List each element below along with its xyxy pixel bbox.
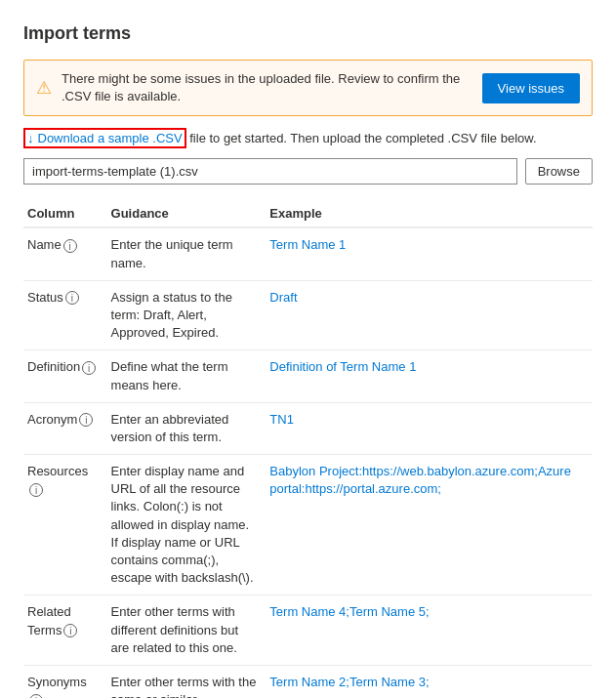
cell-example-2: Definition of Term Name 1 [266, 350, 593, 402]
info-icon-6[interactable]: i [29, 694, 43, 698]
cell-example-6: Term Name 2;Term Name 3; [266, 665, 593, 698]
warning-bar: ⚠ There might be some issues in the uplo… [23, 60, 593, 116]
file-name-input[interactable] [23, 158, 517, 185]
download-sample-link[interactable]: ↓ Download a sample .CSV [23, 128, 186, 148]
download-link-text: Download a sample .CSV [38, 131, 183, 145]
cell-column-5: Related Termsi [23, 595, 107, 666]
info-icon-5[interactable]: i [63, 624, 77, 637]
info-icon-4[interactable]: i [29, 483, 43, 497]
table-row: AcronymiEnter an abbreviated version of … [23, 402, 593, 454]
column-header-example: Example [266, 200, 593, 227]
info-icon-1[interactable]: i [65, 291, 79, 305]
download-link-row: ↓ Download a sample .CSV file to get sta… [23, 128, 593, 148]
cell-guidance-1: Assign a status to the term: Draft, Aler… [107, 280, 267, 350]
warning-icon: ⚠ [36, 77, 52, 99]
download-arrow-icon: ↓ [27, 131, 34, 145]
table-row: NameiEnter the unique term name.Term Nam… [23, 227, 593, 280]
table-row: StatusiAssign a status to the term: Draf… [23, 280, 593, 350]
view-issues-button[interactable]: View issues [482, 73, 580, 103]
example-link-1[interactable]: Draft [269, 290, 297, 305]
cell-example-3: TN1 [266, 402, 593, 454]
cell-guidance-2: Define what the term means here. [107, 350, 267, 402]
table-row: SynonymsiEnter other terms with the same… [23, 665, 593, 698]
cell-example-1: Draft [266, 280, 593, 350]
example-link-3[interactable]: TN1 [269, 412, 294, 427]
cell-guidance-3: Enter an abbreviated version of this ter… [107, 402, 267, 454]
cell-column-2: Definitioni [23, 350, 107, 402]
column-header-guidance: Guidance [107, 200, 267, 227]
info-icon-0[interactable]: i [63, 239, 77, 253]
warning-text: There might be some issues in the upload… [62, 70, 472, 105]
cell-column-1: Statusi [23, 280, 107, 350]
example-link-0[interactable]: Term Name 1 [269, 237, 346, 252]
table-row: DefinitioniDefine what the term means he… [23, 350, 593, 402]
cell-column-4: Resourcesi [23, 455, 107, 595]
dialog-title: Import terms [23, 23, 593, 44]
cell-column-6: Synonymsi [23, 665, 107, 698]
cell-guidance-6: Enter other terms with the same or simil… [107, 665, 267, 698]
example-link-6[interactable]: Term Name 2;Term Name 3; [269, 675, 429, 689]
info-icon-2[interactable]: i [82, 361, 96, 375]
cell-example-4: Babylon Project:https://web.babylon.azur… [266, 455, 593, 595]
cell-guidance-5: Enter other terms with different definit… [107, 595, 267, 666]
cell-column-0: Namei [23, 227, 107, 280]
browse-button[interactable]: Browse [525, 158, 593, 185]
table-header-row: Column Guidance Example [23, 200, 593, 227]
download-suffix: file to get started. Then upload the com… [186, 131, 537, 145]
table-row: ResourcesiEnter display name and URL of … [23, 455, 593, 595]
cell-example-5: Term Name 4;Term Name 5; [266, 595, 593, 666]
info-icon-3[interactable]: i [79, 413, 93, 427]
file-input-row: Browse [23, 158, 593, 185]
column-header-column: Column [23, 200, 107, 227]
cell-guidance-0: Enter the unique term name. [107, 227, 267, 280]
example-link-2[interactable]: Definition of Term Name 1 [269, 359, 416, 374]
import-terms-dialog: Import terms ⚠ There might be some issue… [0, 0, 616, 698]
cell-column-3: Acronymi [23, 402, 107, 454]
cell-example-0: Term Name 1 [266, 227, 593, 280]
cell-guidance-4: Enter display name and URL of all the re… [107, 455, 267, 595]
table-row: Related TermsiEnter other terms with dif… [23, 595, 593, 666]
example-link-4[interactable]: Babylon Project:https://web.babylon.azur… [269, 464, 571, 496]
guidance-table: Column Guidance Example NameiEnter the u… [23, 200, 593, 698]
example-link-5[interactable]: Term Name 4;Term Name 5; [269, 604, 429, 619]
